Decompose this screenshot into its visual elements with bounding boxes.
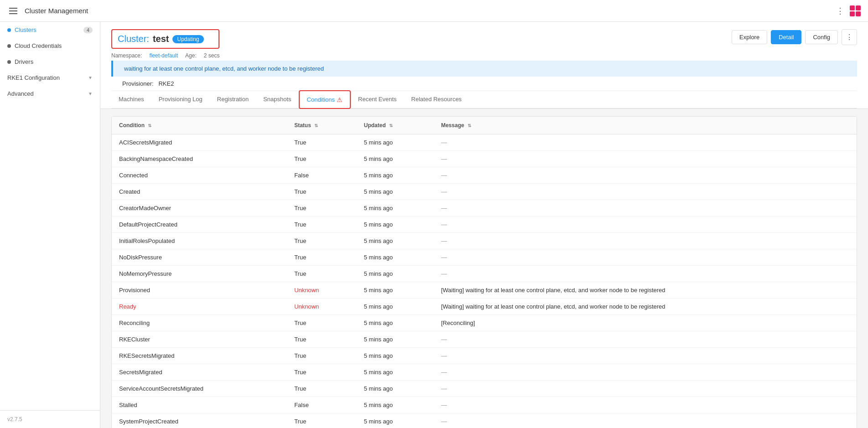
- table-row: InitialRolesPopulatedTrue5 mins ago—: [112, 233, 857, 249]
- provisioner-value: RKE2: [158, 80, 174, 87]
- detail-button[interactable]: Detail: [771, 30, 801, 44]
- cell-status: True: [287, 348, 357, 364]
- tab-registration[interactable]: Registration: [210, 91, 256, 108]
- sidebar-item-drivers[interactable]: Drivers: [0, 54, 100, 70]
- cloud-credentials-dot: [7, 44, 11, 48]
- cell-message: —: [434, 184, 857, 200]
- cell-status: False: [287, 397, 357, 413]
- cell-condition: ACISecretsMigrated: [112, 134, 287, 151]
- th-message-label: Message: [441, 122, 464, 129]
- th-updated[interactable]: Updated ⇅: [357, 117, 434, 134]
- table-row: CreatorMadeOwnerTrue5 mins ago—: [112, 200, 857, 217]
- cell-status: True: [287, 249, 357, 266]
- version-footer: v2.7.5: [0, 410, 100, 428]
- cell-status: True: [287, 217, 357, 233]
- table-row: ConnectedFalse5 mins ago—: [112, 167, 857, 184]
- content-area: Condition ⇅ Status ⇅ Updated ⇅: [100, 109, 868, 428]
- cluster-name: test: [153, 34, 169, 44]
- rke1-label: RKE1 Configuration: [7, 74, 60, 81]
- tab-snapshots[interactable]: Snapshots: [256, 91, 298, 108]
- cell-message: —: [434, 348, 857, 364]
- main-content: Cluster: test Updating Namespace: fleet-…: [100, 22, 868, 428]
- cloud-credentials-label: Cloud Credentials: [15, 42, 62, 49]
- cell-updated: 5 mins ago: [357, 331, 434, 348]
- table-row: SystemProjectCreatedTrue5 mins ago—: [112, 413, 857, 428]
- conditions-warning-icon: ⚠: [337, 96, 343, 103]
- app-title: Cluster Management: [25, 7, 88, 15]
- drivers-dot: [7, 60, 11, 64]
- sidebar-item-cloud-credentials[interactable]: Cloud Credentials: [0, 38, 100, 54]
- th-message[interactable]: Message ⇅: [434, 117, 857, 134]
- more-actions-button[interactable]: ⋮: [842, 29, 857, 45]
- th-status[interactable]: Status ⇅: [287, 117, 357, 134]
- table-header: Condition ⇅ Status ⇅ Updated ⇅: [112, 117, 857, 134]
- table-row: SecretsMigratedTrue5 mins ago—: [112, 364, 857, 381]
- namespace-label: Namespace:: [111, 52, 142, 59]
- cluster-name-box: Cluster: test Updating: [111, 29, 219, 49]
- table-row: BackingNamespaceCreatedTrue5 mins ago—: [112, 151, 857, 167]
- tab-related-resources-label: Related Resources: [411, 96, 462, 103]
- cell-condition: ServiceAccountSecretsMigrated: [112, 381, 287, 397]
- tab-provisioning-log-label: Provisioning Log: [159, 96, 203, 103]
- tab-machines[interactable]: Machines: [111, 91, 151, 108]
- tab-related-resources[interactable]: Related Resources: [404, 91, 469, 108]
- th-condition[interactable]: Condition ⇅: [112, 117, 287, 134]
- sidebar-item-clusters[interactable]: Clusters 4: [0, 22, 100, 38]
- cell-message: —: [434, 381, 857, 397]
- clusters-dot: [7, 28, 11, 32]
- message-sort-icon: ⇅: [468, 123, 471, 128]
- drivers-label: Drivers: [15, 58, 33, 65]
- sidebar-section-rke1[interactable]: RKE1 Configuration ▼: [0, 70, 100, 86]
- tabs: Machines Provisioning Log Registration S…: [111, 91, 857, 108]
- sidebar-section-advanced[interactable]: Advanced ▼: [0, 86, 100, 102]
- table-row: StalledFalse5 mins ago—: [112, 397, 857, 413]
- tab-recent-events[interactable]: Recent Events: [351, 91, 404, 108]
- hamburger-menu[interactable]: [7, 6, 19, 16]
- cell-condition: Stalled: [112, 397, 287, 413]
- cell-condition: BackingNamespaceCreated: [112, 151, 287, 167]
- rancher-avatar[interactable]: [850, 5, 861, 16]
- cell-status: True: [287, 413, 357, 428]
- sidebar: Clusters 4 Cloud Credentials Drivers RKE…: [0, 22, 100, 428]
- table-row: NoDiskPressureTrue5 mins ago—: [112, 249, 857, 266]
- cell-updated: 5 mins ago: [357, 282, 434, 299]
- cell-condition: DefaultProjectCreated: [112, 217, 287, 233]
- tab-recent-events-label: Recent Events: [358, 96, 397, 103]
- tab-machines-label: Machines: [119, 96, 144, 103]
- tab-provisioning-log[interactable]: Provisioning Log: [151, 91, 210, 108]
- table-row: RKESecretsMigratedTrue5 mins ago—: [112, 348, 857, 364]
- age-value: 2 secs: [204, 52, 220, 59]
- table-row: CreatedTrue5 mins ago—: [112, 184, 857, 200]
- cell-updated: 5 mins ago: [357, 167, 434, 184]
- more-options-icon[interactable]: ⋮: [834, 4, 846, 18]
- cell-condition: CreatorMadeOwner: [112, 200, 287, 217]
- explore-button[interactable]: Explore: [732, 30, 767, 44]
- tab-conditions[interactable]: Conditions ⚠: [299, 90, 351, 109]
- cell-condition: Reconciling: [112, 315, 287, 331]
- table-row: ACISecretsMigratedTrue5 mins ago—: [112, 134, 857, 151]
- th-updated-label: Updated: [364, 122, 386, 129]
- th-condition-label: Condition: [119, 122, 145, 129]
- cell-status: True: [287, 200, 357, 217]
- clusters-badge: 4: [83, 27, 93, 33]
- cell-condition: Created: [112, 184, 287, 200]
- table-row: DefaultProjectCreatedTrue5 mins ago—: [112, 217, 857, 233]
- cell-updated: 5 mins ago: [357, 381, 434, 397]
- cell-status: Unknown: [287, 299, 357, 315]
- cell-condition: Provisioned: [112, 282, 287, 299]
- cell-message: —: [434, 217, 857, 233]
- namespace-link[interactable]: fleet-default: [149, 52, 178, 59]
- cell-updated: 5 mins ago: [357, 134, 434, 151]
- alert-banner: waiting for at least one control plane, …: [111, 61, 857, 77]
- cell-updated: 5 mins ago: [357, 413, 434, 428]
- cell-condition: InitialRolesPopulated: [112, 233, 287, 249]
- cluster-actions: Explore Detail Config ⋮: [732, 29, 857, 45]
- cell-status: True: [287, 381, 357, 397]
- age-label: Age:: [185, 52, 197, 59]
- cell-updated: 5 mins ago: [357, 151, 434, 167]
- cell-updated: 5 mins ago: [357, 233, 434, 249]
- table-row: ProvisionedUnknown5 mins ago[Waiting] wa…: [112, 282, 857, 299]
- cluster-title-row: Cluster: test Updating Namespace: fleet-…: [111, 29, 857, 61]
- cell-condition: Connected: [112, 167, 287, 184]
- config-button[interactable]: Config: [805, 30, 838, 44]
